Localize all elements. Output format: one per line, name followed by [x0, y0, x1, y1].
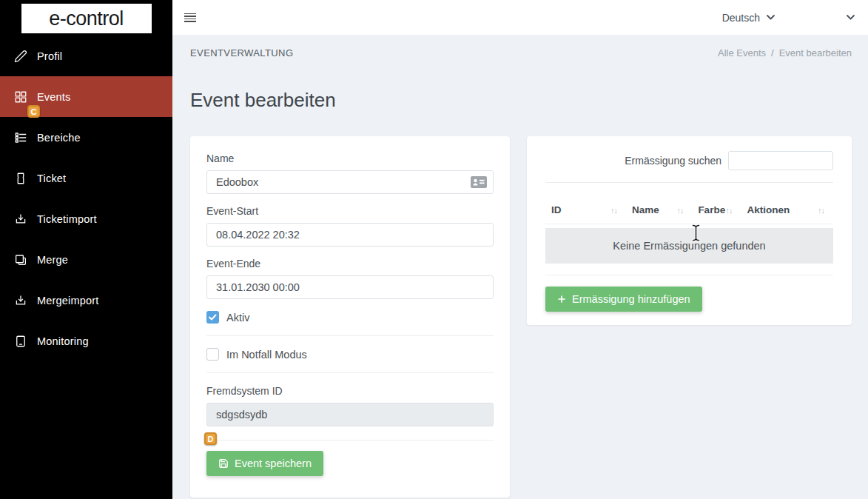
sidebar-item-monitoring[interactable]: Monitoring [0, 321, 172, 361]
sidebar-item-label: Mergeimport [37, 295, 99, 307]
breadcrumb-trail: Alle Events / Event bearbeiten [718, 47, 852, 58]
list-icon [14, 131, 27, 144]
download-icon [14, 212, 27, 226]
content-area: EVENTVERWALTUNG Alle Events / Event bear… [172, 35, 868, 498]
sidebar-item-label: Bereiche [37, 132, 81, 144]
sort-arrows-icon: ↑↓ [726, 206, 733, 215]
breadcrumb-link-alle-events[interactable]: Alle Events [718, 47, 766, 58]
column-header-name[interactable]: Name ↑↓ [626, 204, 692, 215]
pencil-icon [14, 50, 27, 63]
chevron-down-icon [767, 15, 775, 20]
column-label: Name [632, 204, 659, 215]
brand-logo[interactable]: e-control [21, 4, 152, 33]
sidebar-item-label: Merge [37, 254, 68, 266]
empty-state-text: Keine Ermässigungen gefunden [613, 240, 765, 252]
divider [545, 182, 833, 183]
divider [206, 440, 494, 441]
sidebar-item-bereiche[interactable]: Bereiche [0, 117, 172, 158]
column-label: Farbe [698, 204, 725, 215]
sidebar-item-mergeimport[interactable]: Mergeimport [0, 280, 172, 321]
name-label: Name [206, 153, 494, 164]
annotation-marker-d: D [204, 432, 217, 445]
hamburger-menu-icon[interactable] [181, 9, 200, 27]
foreign-system-id-label: Fremdsystem ID [206, 385, 494, 397]
sidebar-item-label: Ticketimport [37, 213, 97, 225]
discount-search-row: Ermässigung suchen [545, 151, 833, 170]
breadcrumb-separator: / [771, 47, 774, 58]
divider [206, 372, 494, 373]
event-end-input[interactable] [206, 275, 494, 299]
copy-icon [14, 253, 27, 267]
active-checkbox[interactable] [206, 311, 219, 324]
column-header-aktionen[interactable]: Aktionen ↑↓ [741, 204, 833, 215]
sort-arrows-icon: ↑↓ [818, 206, 824, 215]
sidebar-item-profil[interactable]: Profil [0, 36, 172, 76]
brand-logo-text: e-control [49, 7, 124, 30]
empty-state-row: Keine Ermässigungen gefunden [545, 228, 833, 264]
sidebar: e-control Profil Events Bereiche [0, 0, 172, 499]
sort-arrows-icon: ↑↓ [676, 206, 683, 215]
column-label: ID [551, 204, 562, 215]
cards-row: Name Event-Start Event-Ende [172, 136, 868, 498]
event-end-label: Event-Ende [206, 258, 494, 269]
save-event-button-label: Event speichern [235, 458, 312, 469]
add-discount-button[interactable]: Ermässigung hinzufügen [545, 287, 702, 312]
sort-arrows-icon: ↑↓ [610, 206, 617, 215]
event-start-label: Event-Start [206, 205, 494, 217]
foreign-system-id-input [206, 403, 494, 426]
name-input[interactable] [206, 170, 494, 194]
sidebar-item-label: Profil [37, 50, 62, 62]
language-label: Deutsch [722, 12, 760, 24]
breadcrumb: EVENTVERWALTUNG Alle Events / Event bear… [172, 35, 868, 71]
main-area: Deutsch EVENTVERWALTUNG Alle Events / Ev… [172, 0, 868, 499]
discount-search-input[interactable] [728, 151, 833, 170]
tablet-icon [14, 335, 27, 348]
breadcrumb-current: Event bearbeiten [779, 47, 852, 58]
column-header-farbe[interactable]: Farbe ↑↓ [692, 204, 741, 215]
active-label: Aktiv [226, 312, 249, 324]
event-form-card: Name Event-Start Event-Ende [190, 136, 510, 498]
emergency-mode-label: Im Notfall Modus [226, 349, 307, 361]
emergency-checkbox-row: Im Notfall Modus [206, 348, 494, 361]
active-checkbox-row: Aktiv [206, 311, 494, 324]
app-window: e-control Profil Events Bereiche [0, 0, 868, 499]
emergency-mode-checkbox[interactable] [206, 348, 219, 361]
ticket-icon [14, 172, 27, 185]
sidebar-item-ticketimport[interactable]: Ticketimport [0, 198, 172, 239]
grid-icon [14, 90, 27, 104]
save-event-button[interactable]: Event speichern [206, 451, 323, 476]
language-dropdown[interactable]: Deutsch [722, 12, 775, 24]
user-menu-dropdown[interactable] [847, 15, 855, 20]
annotation-marker-c: C [27, 105, 40, 118]
sidebar-item-label: Ticket [37, 173, 66, 184]
sidebar-nav: Profil Events Bereiche Ticket [0, 36, 172, 361]
discount-table-header: ID ↑↓ Name ↑↓ Farbe ↑↓ Aktionen [545, 195, 833, 224]
contact-card-icon [471, 176, 487, 188]
sidebar-item-merge[interactable]: Merge [0, 239, 172, 280]
column-header-id[interactable]: ID ↑↓ [545, 204, 626, 215]
table-bottom-border [545, 264, 833, 275]
sidebar-item-label: Monitoring [37, 335, 89, 347]
add-discount-button-label: Ermässigung hinzufügen [572, 293, 690, 305]
download-icon [14, 294, 27, 307]
section-title: EVENTVERWALTUNG [190, 47, 293, 58]
topbar: Deutsch [172, 0, 868, 35]
sidebar-item-label: Events [37, 91, 71, 103]
page-title: Event bearbeiten [190, 89, 850, 112]
chevron-down-icon [847, 15, 855, 20]
sidebar-item-events[interactable]: Events [0, 76, 172, 117]
event-start-input[interactable] [206, 223, 494, 247]
column-label: Aktionen [747, 204, 790, 215]
discounts-card: Ermässigung suchen ID ↑↓ Name ↑↓ [527, 136, 852, 325]
sidebar-item-ticket[interactable]: Ticket [0, 158, 172, 198]
discount-search-label: Ermässigung suchen [625, 155, 721, 167]
divider [206, 335, 494, 336]
